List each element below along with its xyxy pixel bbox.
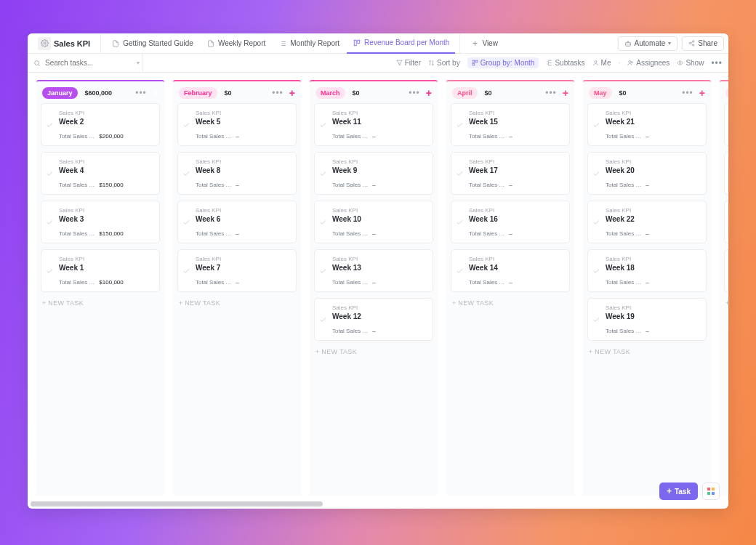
task-card[interactable]: Sales KPI Week 22 Total Sales … – [587, 201, 707, 243]
column-add-button[interactable]: + [426, 87, 432, 99]
board-scroll-area[interactable]: January $600,000 ••• + Sales KPI Week 2 … [28, 73, 728, 509]
me-button[interactable]: Me [592, 59, 611, 67]
task-card[interactable]: Sales KPI Week 9 Total Sales … – [314, 152, 433, 195]
create-task-button[interactable]: + Task [659, 483, 698, 500]
column-more-button[interactable]: ••• [135, 88, 147, 98]
task-card[interactable]: Sales KPI Week 5 Total Sales … – [177, 103, 297, 146]
column-more-button[interactable]: ••• [545, 88, 557, 98]
task-card[interactable]: Sales KPI Week 12 Total Sales … – [314, 298, 433, 341]
share-button[interactable]: Share [682, 36, 724, 51]
column-name-badge[interactable]: January [42, 87, 78, 99]
task-card[interactable]: Sales KPI Week 23 Total Sales … – [724, 201, 728, 243]
task-card[interactable]: Sales KPI Week 11 Total Sales … – [314, 103, 433, 146]
tab-getting-started[interactable]: Getting Started Guide [105, 34, 199, 53]
check-icon[interactable] [46, 169, 54, 177]
card-project-label: Sales KPI [59, 207, 153, 214]
task-card[interactable]: Sales KPI Week 14 Total Sales … – [451, 249, 570, 292]
add-view-button[interactable]: + View [465, 34, 504, 53]
assignees-button[interactable]: Assignees [627, 59, 669, 67]
check-icon[interactable] [182, 218, 190, 226]
task-card[interactable]: Sales KPI Week 24 Total Sales … – [724, 152, 728, 195]
check-icon[interactable] [182, 169, 190, 177]
check-icon[interactable] [456, 267, 464, 275]
check-icon[interactable] [592, 121, 600, 129]
show-button[interactable]: Show [677, 59, 704, 67]
task-card[interactable]: Sales KPI Week 13 Total Sales … – [314, 249, 433, 292]
check-icon[interactable] [319, 267, 327, 275]
check-icon[interactable] [592, 169, 600, 177]
column-add-button[interactable]: + [563, 87, 568, 99]
column-more-button[interactable]: ••• [682, 88, 693, 98]
check-icon[interactable] [456, 121, 464, 129]
filter-button[interactable]: Filter [396, 59, 421, 67]
check-icon[interactable] [456, 218, 464, 226]
card-field-row: Total Sales … – [332, 133, 427, 140]
check-icon[interactable] [319, 169, 327, 177]
card-field-label: Total Sales … [469, 230, 504, 237]
column-more-button[interactable]: ••• [409, 88, 420, 98]
svg-point-10 [627, 44, 627, 44]
card-title: Week 12 [332, 312, 427, 320]
new-task-button[interactable]: + NEW TASK [310, 341, 438, 363]
task-card[interactable]: Sales KPI Week 1 Total Sales … $100,000 [41, 249, 160, 292]
horizontal-scrollbar-thumb[interactable] [31, 501, 323, 506]
task-card[interactable]: Sales KPI Week 7 Total Sales … – [177, 249, 297, 292]
subtasks-button[interactable]: Subtasks [546, 59, 584, 67]
check-icon[interactable] [182, 267, 190, 275]
workspace-title[interactable]: Sales KPI [32, 34, 96, 53]
sort-button[interactable]: Sort by [428, 59, 460, 67]
tab-weekly-report[interactable]: Weekly Report [201, 34, 271, 53]
task-card[interactable]: Sales KPI Week 25 Total Sales … – [724, 103, 728, 146]
check-icon[interactable] [46, 121, 54, 129]
check-icon[interactable] [592, 218, 600, 226]
search-input[interactable] [45, 59, 131, 67]
search-wrap[interactable]: ▾ [33, 59, 140, 67]
tab-revenue-board[interactable]: Revenue Board per Month [347, 33, 455, 54]
check-icon[interactable] [319, 315, 327, 323]
task-card[interactable]: Sales KPI Week 2 Total Sales … $200,000 [41, 103, 160, 146]
check-icon[interactable] [592, 267, 600, 275]
task-card[interactable]: Sales KPI Week 8 Total Sales … – [177, 152, 297, 195]
toolbar-more-button[interactable]: ••• [711, 58, 723, 68]
group-by-button[interactable]: Group by: Month [467, 57, 539, 68]
new-task-button[interactable]: + NEW TASK [36, 292, 164, 314]
column-add-button[interactable]: + [699, 87, 705, 99]
grid-icon [707, 488, 715, 495]
task-card[interactable]: Sales KPI Week 3 Total Sales … $150,000 [41, 201, 160, 243]
new-task-button[interactable]: + NEW TASK [173, 292, 301, 314]
task-card[interactable]: Sales KPI Week 10 Total Sales … – [314, 201, 433, 243]
filter-label: Filter [405, 59, 421, 67]
column-name-badge[interactable]: March [315, 87, 345, 99]
task-card[interactable]: Sales KPI Week 6 Total Sales … – [177, 201, 297, 243]
check-icon[interactable] [319, 218, 327, 226]
check-icon[interactable] [456, 169, 464, 177]
task-card[interactable]: Sales KPI Week 20 Total Sales … – [587, 152, 707, 195]
column-name-badge[interactable]: June [725, 87, 728, 99]
check-icon[interactable] [182, 121, 190, 129]
new-task-button[interactable]: + NEW TASK [446, 292, 574, 314]
task-card[interactable]: Sales KPI Week 21 Total Sales … – [587, 103, 707, 146]
task-card[interactable]: Sales KPI Week 17 Total Sales … – [451, 152, 570, 195]
task-card[interactable]: Sales KPI Week 19 Total Sales … – [587, 298, 707, 341]
check-icon[interactable] [592, 315, 600, 323]
check-icon[interactable] [46, 218, 54, 226]
check-icon[interactable] [46, 267, 54, 275]
new-task-button[interactable]: + NEW TASK [583, 341, 711, 363]
column-name-badge[interactable]: May [589, 87, 612, 99]
automate-button[interactable]: Automate ▾ [618, 36, 678, 51]
column-add-button[interactable]: + [289, 87, 295, 99]
task-card[interactable]: Sales KPI Week 16 Total Sales … – [451, 201, 570, 243]
new-task-button[interactable]: + NEW TASK [720, 292, 728, 314]
apps-grid-button[interactable] [702, 483, 720, 500]
tab-monthly-report[interactable]: Monthly Report [273, 34, 345, 53]
task-card[interactable]: Sales KPI Week 4 Total Sales … $150,000 [41, 152, 160, 195]
column-more-button[interactable]: ••• [272, 88, 284, 98]
column-name-badge[interactable]: February [179, 87, 217, 99]
task-card[interactable]: Sales KPI Week 18 Total Sales … – [587, 249, 707, 292]
column-name-badge[interactable]: April [452, 87, 478, 99]
chevron-down-icon[interactable]: ▾ [137, 60, 140, 66]
task-card[interactable]: Sales KPI Week 26 Total Sales … – [724, 249, 728, 292]
check-icon[interactable] [319, 121, 327, 129]
task-card[interactable]: Sales KPI Week 15 Total Sales … – [451, 103, 570, 146]
column-add-button[interactable]: + [153, 87, 158, 99]
